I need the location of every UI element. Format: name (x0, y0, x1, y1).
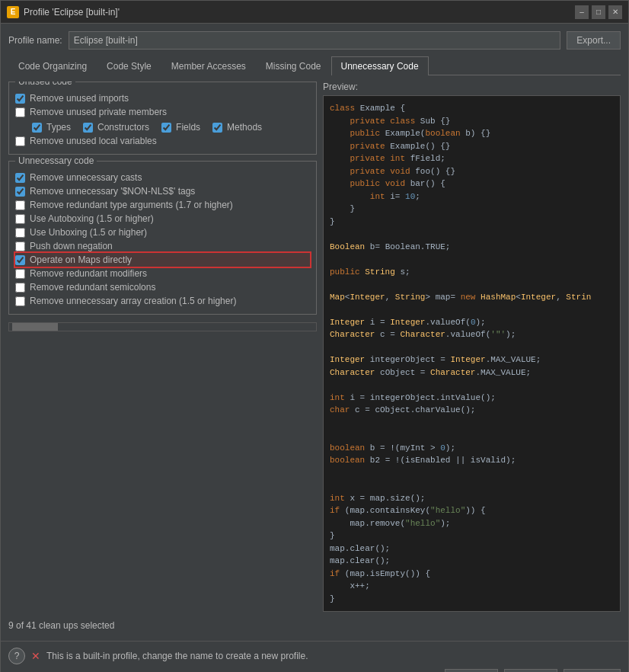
list-item: Remove unused local variables (15, 134, 310, 148)
use-unboxing-label: Use Unboxing (1.5 or higher) (30, 227, 147, 238)
scrollbar-thumb (12, 323, 58, 331)
profile-name-label: Profile name: (8, 35, 62, 46)
tab-member-accesses[interactable]: Member Accesses (161, 56, 256, 75)
code-line: } (330, 593, 614, 606)
code-line: private void foo() {} (330, 165, 614, 178)
unused-code-title: Unused code (15, 82, 75, 87)
code-line: public void bar() { (330, 178, 614, 190)
code-line: x++; (330, 580, 614, 593)
status-text: 9 of 41 clean ups selected (8, 620, 114, 631)
sub-fields-label: Fields (176, 122, 200, 133)
remove-redundant-modifiers-checkbox[interactable] (15, 269, 25, 279)
remove-redundant-modifiers-label: Remove redundant modifiers (30, 268, 147, 279)
code-line: } (330, 530, 614, 542)
list-item: Remove unnecessary casts (15, 171, 310, 184)
remove-nls-checkbox[interactable] (15, 187, 25, 197)
sub-methods-checkbox[interactable] (212, 123, 222, 133)
maximize-button[interactable]: □ (592, 5, 605, 19)
apply-button[interactable]: Apply (445, 669, 498, 672)
push-down-negation-label: Push down negation (30, 241, 113, 251)
code-line: private class Sub {} (330, 115, 614, 128)
list-item: Remove redundant modifiers (15, 267, 310, 280)
tab-missing-code[interactable]: Missing Code (256, 56, 331, 75)
profile-name-input[interactable] (69, 31, 561, 50)
code-line: int i = integerObject.intValue(); (330, 392, 614, 405)
tab-code-organizing[interactable]: Code Organizing (8, 56, 97, 75)
list-item: Use Autoboxing (1.5 or higher) (15, 212, 310, 226)
close-button[interactable]: ✕ (608, 5, 622, 19)
tabs-bar: Code Organizing Code Style Member Access… (8, 56, 621, 75)
use-autoboxing-label: Use Autoboxing (1.5 or higher) (30, 213, 154, 224)
remove-casts-label: Remove unnecessary casts (30, 172, 142, 183)
remove-redundant-type-label: Remove redundant type arguments (1.7 or … (30, 200, 233, 210)
use-unboxing-checkbox[interactable] (15, 228, 25, 238)
remove-unused-local-checkbox[interactable] (15, 136, 25, 146)
remove-redundant-semicolons-checkbox[interactable] (15, 283, 25, 293)
sub-fields-checkbox[interactable] (161, 123, 171, 133)
remove-redundant-semicolons-label: Remove redundant semicolons (30, 282, 155, 293)
code-line: Boolean b= Boolean.TRUE; (330, 241, 614, 254)
app-icon: E (7, 6, 19, 18)
list-item: Remove unnecessary '$NON-NLS$' tags (15, 184, 310, 198)
preview-label: Preview: (323, 82, 621, 92)
code-line: Character c = Character.valueOf('"'); (330, 328, 614, 341)
list-item: Types (32, 120, 71, 134)
code-line: private int fField; (330, 152, 614, 165)
status-bar: 9 of 41 clean ups selected (8, 618, 621, 633)
list-item: Remove redundant type arguments (1.7 or … (15, 198, 310, 212)
help-button[interactable]: ? (8, 648, 25, 664)
left-panel: Unused code Remove unused imports Remove… (8, 82, 317, 612)
left-scrollbar[interactable] (8, 322, 317, 331)
unnecessary-code-title: Unnecessary code (15, 155, 97, 166)
code-line: Character cObject = Character.MAX_VALUE; (330, 366, 614, 379)
title-bar: E Profile 'Eclipse [built-in]' – □ ✕ (1, 1, 628, 24)
tab-unnecessary-code[interactable]: Unnecessary Code (331, 56, 429, 75)
list-item: Remove unnecessary array creation (1.5 o… (15, 294, 310, 308)
window-title: Profile 'Eclipse [built-in]' (24, 7, 575, 18)
operate-on-maps-checkbox[interactable] (15, 255, 25, 265)
remove-unused-imports-checkbox[interactable] (15, 94, 25, 104)
remove-unnecessary-array-checkbox[interactable] (15, 296, 25, 306)
cancel-button[interactable]: Cancel (564, 669, 621, 672)
profile-row: Profile name: Export... (8, 31, 621, 50)
warning-icon: ✕ (31, 650, 40, 662)
sub-types-label: Types (46, 122, 71, 133)
code-line: char c = cObject.charValue(); (330, 404, 614, 417)
remove-unnecessary-array-label: Remove unnecessary array creation (1.5 o… (30, 296, 236, 306)
list-item: Methods (212, 120, 262, 134)
remove-unused-local-label: Remove unused local variables (30, 136, 157, 146)
code-line: Map<Integer, String> map= new HashMap<In… (330, 291, 614, 304)
action-buttons: Apply OK Cancel (8, 669, 621, 672)
code-line: if (map.containsKey("hello")) { (330, 504, 614, 517)
use-autoboxing-checkbox[interactable] (15, 214, 25, 224)
sub-types-checkbox[interactable] (32, 123, 42, 133)
list-item: Remove unused imports (15, 91, 310, 105)
list-item: Push down negation (15, 239, 310, 253)
remove-unused-private-checkbox[interactable] (15, 107, 25, 117)
remove-casts-checkbox[interactable] (15, 173, 25, 183)
list-item: Use Unboxing (1.5 or higher) (15, 226, 310, 239)
push-down-negation-checkbox[interactable] (15, 242, 25, 251)
code-line: private Example() {} (330, 140, 614, 153)
sub-constructors-label: Constructors (97, 122, 149, 133)
code-line: boolean b = !(myInt > 0); (330, 442, 614, 455)
ok-button[interactable]: OK (504, 669, 557, 672)
code-line: } (330, 203, 614, 216)
right-panel: Preview: class Example { private class S… (323, 82, 621, 612)
export-button[interactable]: Export... (567, 31, 621, 50)
sub-constructors-checkbox[interactable] (83, 123, 93, 133)
code-preview: class Example { private class Sub {} pub… (323, 95, 621, 612)
minimize-button[interactable]: – (575, 5, 589, 19)
warning-row: ? ✕ This is a built-in profile, change t… (8, 648, 621, 664)
main-area: Unused code Remove unused imports Remove… (8, 82, 621, 612)
list-item: Remove unused private members (15, 105, 310, 119)
code-line: int i= 10; (330, 190, 614, 203)
sub-methods-label: Methods (227, 122, 262, 133)
warning-text: This is a built-in profile, change the n… (46, 651, 308, 661)
unused-code-group: Unused code Remove unused imports Remove… (8, 82, 317, 155)
bottom-bar: ? ✕ This is a built-in profile, change t… (1, 641, 628, 672)
code-line: } (330, 216, 614, 229)
tab-code-style[interactable]: Code Style (97, 56, 161, 75)
list-item: Remove redundant semicolons (15, 280, 310, 294)
remove-redundant-type-checkbox[interactable] (15, 200, 25, 210)
